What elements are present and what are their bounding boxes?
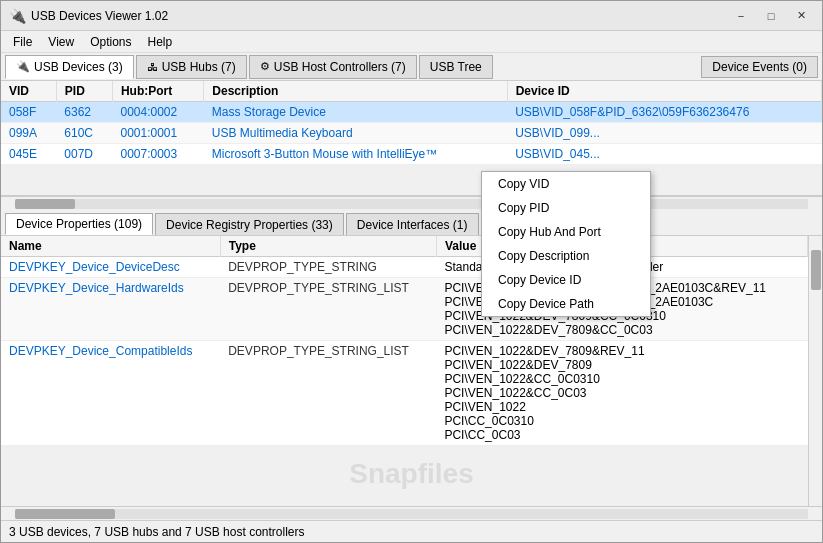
lower-scrollbar-x-track	[15, 509, 808, 519]
tab-usb-hubs-label: USB Hubs (7)	[162, 60, 236, 74]
cell-hubport: 0007:0003	[112, 144, 203, 165]
props-key: DEVPKEY_Device_HardwareIds	[1, 278, 220, 341]
lower-tab-bar: Device Properties (109) Device Registry …	[1, 210, 822, 236]
table-row[interactable]: 099A 610C 0001:0001 USB Multimedia Keybo…	[1, 123, 822, 144]
context-menu-copy-hub-port[interactable]: Copy Hub And Port	[482, 220, 650, 244]
cell-deviceid: USB\VID_058F&PID_6362\059F636236476	[507, 102, 821, 123]
upper-scrollbar-x-thumb	[15, 199, 75, 209]
props-value: PCI\VEN_1022&DEV_7809&REV_11 PCI\VEN_102…	[436, 341, 807, 446]
close-button[interactable]: ✕	[788, 6, 814, 26]
props-scrollbar-right[interactable]	[808, 236, 822, 506]
props-col-name: Name	[1, 236, 220, 257]
props-key: DEVPKEY_Device_DeviceDesc	[1, 257, 220, 278]
props-type: DEVPROP_TYPE_STRING_LIST	[220, 278, 436, 341]
cell-description: USB Multimedia Keyboard	[204, 123, 507, 144]
tab-device-registry[interactable]: Device Registry Properties (33)	[155, 213, 344, 235]
usb-devices-icon: 🔌	[16, 60, 30, 73]
lower-panel: Device Properties (109) Device Registry …	[1, 210, 822, 520]
tab-usb-hc-label: USB Host Controllers (7)	[274, 60, 406, 74]
props-col-type: Type	[220, 236, 436, 257]
tab-device-properties[interactable]: Device Properties (109)	[5, 213, 153, 235]
cell-vid: 058F	[1, 102, 56, 123]
upper-scrollbar-x[interactable]	[1, 196, 822, 210]
menu-options[interactable]: Options	[82, 33, 139, 51]
tab-usb-host-controllers[interactable]: ⚙ USB Host Controllers (7)	[249, 55, 417, 79]
tab-bar: 🔌 USB Devices (3) 🖧 USB Hubs (7) ⚙ USB H…	[1, 53, 822, 81]
tab-device-registry-label: Device Registry Properties (33)	[166, 218, 333, 232]
col-deviceid: Device ID	[507, 81, 821, 102]
cell-vid: 045E	[1, 144, 56, 165]
props-row[interactable]: DEVPKEY_Device_CompatibleIds DEVPROP_TYP…	[1, 341, 808, 446]
props-type: DEVPROP_TYPE_STRING_LIST	[220, 341, 436, 446]
cell-deviceid: USB\VID_099...	[507, 123, 821, 144]
props-row[interactable]: DEVPKEY_Device_HardwareIds DEVPROP_TYPE_…	[1, 278, 808, 341]
cell-deviceid: USB\VID_045...	[507, 144, 821, 165]
cell-pid: 610C	[56, 123, 112, 144]
tab-device-interfaces-label: Device Interfaces (1)	[357, 218, 468, 232]
props-scrollbar-thumb	[811, 250, 821, 290]
device-table: VID PID Hub:Port Description Device ID 0…	[1, 81, 822, 165]
cell-pid: 6362	[56, 102, 112, 123]
usb-hubs-icon: 🖧	[147, 61, 158, 73]
tab-usb-tree-label: USB Tree	[430, 60, 482, 74]
tab-device-interfaces[interactable]: Device Interfaces (1)	[346, 213, 479, 235]
col-pid: PID	[56, 81, 112, 102]
menu-file[interactable]: File	[5, 33, 40, 51]
cell-description: Microsoft 3-Button Mouse with IntelliEye…	[204, 144, 507, 165]
context-menu-copy-pid[interactable]: Copy PID	[482, 196, 650, 220]
col-vid: VID	[1, 81, 56, 102]
upper-scrollbar-x-track	[15, 199, 808, 209]
main-content: VID PID Hub:Port Description Device ID 0…	[1, 81, 822, 520]
main-window: 🔌 USB Devices Viewer 1.02 − □ ✕ File Vie…	[0, 0, 823, 543]
col-description: Description	[204, 81, 507, 102]
device-events-button[interactable]: Device Events (0)	[701, 56, 818, 78]
props-table-wrap[interactable]: Name Type Value DEVPKEY_Device_DeviceDes…	[1, 236, 808, 506]
cell-hubport: 0001:0001	[112, 123, 203, 144]
table-row[interactable]: 045E 007D 0007:0003 Microsoft 3-Button M…	[1, 144, 822, 165]
cell-description: Mass Storage Device	[204, 102, 507, 123]
usb-hc-icon: ⚙	[260, 60, 270, 73]
status-text: 3 USB devices, 7 USB hubs and 7 USB host…	[9, 525, 304, 539]
minimize-button[interactable]: −	[728, 6, 754, 26]
window-controls: − □ ✕	[728, 6, 814, 26]
tab-usb-devices-label: USB Devices (3)	[34, 60, 123, 74]
title-bar: 🔌 USB Devices Viewer 1.02 − □ ✕	[1, 1, 822, 31]
table-row[interactable]: 058F 6362 0004:0002 Mass Storage Device …	[1, 102, 822, 123]
cell-pid: 007D	[56, 144, 112, 165]
context-menu-copy-device-id[interactable]: Copy Device ID	[482, 268, 650, 292]
menu-bar: File View Options Help	[1, 31, 822, 53]
context-menu-copy-device-path[interactable]: Copy Device Path	[482, 292, 650, 316]
props-row[interactable]: DEVPKEY_Device_DeviceDesc DEVPROP_TYPE_S…	[1, 257, 808, 278]
props-table: Name Type Value DEVPKEY_Device_DeviceDes…	[1, 236, 808, 446]
lower-content: Name Type Value DEVPKEY_Device_DeviceDes…	[1, 236, 822, 506]
app-icon: 🔌	[9, 8, 25, 24]
status-bar: 3 USB devices, 7 USB hubs and 7 USB host…	[1, 520, 822, 542]
tab-device-properties-label: Device Properties (109)	[16, 217, 142, 231]
menu-help[interactable]: Help	[140, 33, 181, 51]
tab-usb-devices[interactable]: 🔌 USB Devices (3)	[5, 55, 134, 79]
context-menu-copy-description[interactable]: Copy Description	[482, 244, 650, 268]
device-table-scroll[interactable]: VID PID Hub:Port Description Device ID 0…	[1, 81, 822, 195]
cell-hubport: 0004:0002	[112, 102, 203, 123]
context-menu-copy-vid[interactable]: Copy VID	[482, 172, 650, 196]
context-menu: Copy VID Copy PID Copy Hub And Port Copy…	[481, 171, 651, 317]
tab-usb-hubs[interactable]: 🖧 USB Hubs (7)	[136, 55, 247, 79]
lower-scrollbar-x[interactable]	[1, 506, 822, 520]
maximize-button[interactable]: □	[758, 6, 784, 26]
device-table-area: VID PID Hub:Port Description Device ID 0…	[1, 81, 822, 196]
props-type: DEVPROP_TYPE_STRING	[220, 257, 436, 278]
menu-view[interactable]: View	[40, 33, 82, 51]
tab-usb-tree[interactable]: USB Tree	[419, 55, 493, 79]
lower-scrollbar-x-thumb	[15, 509, 115, 519]
cell-vid: 099A	[1, 123, 56, 144]
col-hubport: Hub:Port	[112, 81, 203, 102]
window-title: USB Devices Viewer 1.02	[31, 9, 728, 23]
props-key: DEVPKEY_Device_CompatibleIds	[1, 341, 220, 446]
